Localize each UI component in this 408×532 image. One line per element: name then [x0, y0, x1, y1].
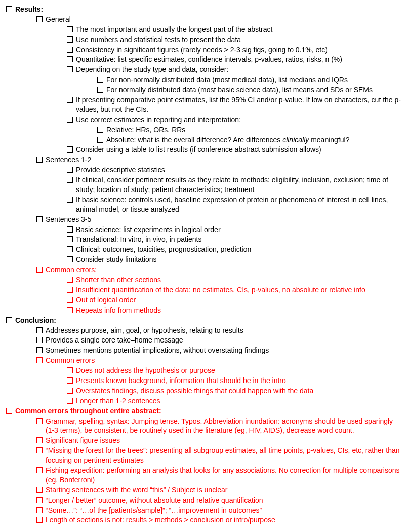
checklist-item: Common errors: [36, 265, 402, 275]
checklist-item: Basic science: list experiments in logic… [67, 225, 402, 235]
checkbox-icon[interactable] [67, 256, 73, 262]
checkbox-icon[interactable] [36, 467, 43, 473]
checklist-item-label: If clinical, consider pertinent results … [76, 175, 402, 195]
checkbox-icon[interactable] [67, 26, 73, 32]
checklist-item: Insufficient quantification of the data:… [67, 285, 402, 295]
checklist-item: Use correct estimates in reporting and i… [67, 115, 402, 125]
checklist-item-label: “Longer / better” outcome, without absol… [46, 496, 402, 505]
checklist-item-label: Consistency in significant figures (rare… [76, 45, 402, 55]
checklist-item: Depending on the study type and data, co… [67, 65, 402, 74]
checkbox-icon[interactable] [36, 497, 43, 503]
checkbox-icon[interactable] [36, 507, 43, 513]
checkbox-icon[interactable] [67, 388, 73, 394]
checklist-item: Provides a single core take–home message [36, 335, 402, 345]
checklist-item: Consistency in significant figures (rare… [67, 45, 402, 55]
checklist-item-label: Results: [15, 5, 402, 14]
checklist-item: If clinical, consider pertinent results … [67, 175, 402, 195]
checkbox-icon[interactable] [36, 16, 43, 22]
checkbox-icon[interactable] [67, 398, 73, 404]
checkbox-icon[interactable] [67, 97, 73, 103]
checklist-item: Longer than 1-2 sentences [67, 396, 402, 406]
checklist-item-label: Conclusion: [15, 316, 402, 325]
checkbox-icon[interactable] [67, 66, 73, 72]
checklist-item: Use numbers and statistical tests to pre… [67, 35, 402, 45]
checkbox-icon[interactable] [36, 267, 43, 273]
checkbox-icon[interactable] [6, 317, 12, 323]
checklist-item-label: Out of logical order [76, 295, 402, 305]
checkbox-icon[interactable] [97, 127, 103, 133]
checkbox-icon[interactable] [36, 437, 43, 443]
checklist-item-label: Clinical: outcomes, toxicities, prognost… [76, 245, 402, 254]
checkbox-icon[interactable] [36, 357, 43, 363]
checklist-item-label: Sentences 1-2 [46, 155, 402, 165]
checkbox-icon[interactable] [67, 177, 73, 183]
checkbox-icon[interactable] [67, 307, 73, 313]
checkbox-icon[interactable] [67, 36, 73, 43]
checklist-item: Translational: In vitro, in vivo, in pat… [67, 235, 402, 244]
checklist-item: For non-normally distributed data (most … [97, 75, 402, 85]
checkbox-icon[interactable] [97, 137, 103, 143]
checklist-item: Presents known background, information t… [67, 376, 402, 386]
checkbox-icon[interactable] [67, 277, 73, 283]
checkbox-icon[interactable] [67, 146, 73, 153]
checklist-item-label: Basic science: list experiments in logic… [76, 225, 402, 235]
checklist-item-label: Provide descriptive statistics [76, 165, 402, 175]
checklist-container: Results:GeneralThe most important and us… [6, 5, 402, 525]
checkbox-icon[interactable] [67, 246, 73, 252]
checklist-item: Sentences 1-2 [36, 155, 402, 165]
checkbox-icon[interactable] [36, 337, 43, 343]
checklist-item: Common errors throughout entire abstract… [6, 406, 402, 416]
checklist-item: Does not address the hypothesis or purpo… [67, 366, 402, 375]
checkbox-icon[interactable] [36, 447, 43, 453]
checkbox-icon[interactable] [6, 6, 12, 12]
checklist-item: Quantitative: list specific estimates, c… [67, 55, 402, 64]
checklist-item: Absolute: what is the overall difference… [97, 135, 402, 145]
checklist-item-label: If basic science: controls used, baselin… [76, 195, 402, 214]
checklist-item: Starting sentences with the word “this” … [36, 485, 402, 495]
checklist-item-label: Translational: In vitro, in vivo, in pat… [76, 235, 402, 244]
checklist-item: Length of sections is not: results > met… [36, 515, 402, 525]
checklist-item-label: Presents known background, information t… [76, 376, 402, 386]
checkbox-icon[interactable] [67, 367, 73, 373]
checklist-item-label: Fishing expedition: performing an analys… [46, 466, 402, 485]
checkbox-icon[interactable] [36, 517, 43, 523]
checklist-item: Addresses purpose, aim, goal, or hypothe… [36, 326, 402, 335]
checkbox-icon[interactable] [67, 226, 73, 233]
checklist-item: Relative: HRs, ORs, RRs [97, 125, 402, 135]
checklist-item: If basic science: controls used, baselin… [67, 195, 402, 214]
checklist-item: Conclusion: [6, 316, 402, 325]
checklist-item-label: Longer than 1-2 sentences [76, 396, 402, 406]
checkbox-icon[interactable] [97, 77, 103, 83]
checkbox-icon[interactable] [36, 327, 43, 333]
checkbox-icon[interactable] [67, 297, 73, 303]
checklist-item: Fishing expedition: performing an analys… [36, 466, 402, 485]
checklist-item: Results: [6, 5, 402, 14]
checklist-item-label: Consider using a table to list results (… [76, 145, 402, 155]
checklist-item: If presenting comparative point estimate… [67, 95, 402, 115]
checklist-item-label: Common errors: [46, 265, 402, 275]
checkbox-icon[interactable] [6, 408, 12, 414]
checklist-item: Significant figure issues [36, 436, 402, 445]
checkbox-icon[interactable] [36, 216, 43, 222]
checklist-item: For normally distributed data (most basi… [97, 85, 402, 95]
checkbox-icon[interactable] [67, 377, 73, 384]
checkbox-icon[interactable] [97, 87, 103, 93]
checkbox-icon[interactable] [36, 347, 43, 353]
checkbox-icon[interactable] [36, 157, 43, 163]
checklist-item-label: Sometimes mentions potential implication… [46, 346, 402, 355]
checklist-item: The most important and usually the longe… [67, 25, 402, 34]
checkbox-icon[interactable] [67, 117, 73, 123]
checkbox-icon[interactable] [67, 167, 73, 173]
checkbox-icon[interactable] [67, 47, 73, 53]
checkbox-icon[interactable] [36, 487, 43, 493]
checkbox-icon[interactable] [36, 418, 43, 424]
checkbox-icon[interactable] [67, 197, 73, 203]
checklist-item-label: Significant figure issues [46, 436, 402, 445]
checkbox-icon[interactable] [67, 236, 73, 242]
checklist-item-label: “Missing the forest for the trees”: pres… [46, 446, 402, 465]
checkbox-icon[interactable] [67, 287, 73, 293]
checklist-item-label: Insufficient quantification of the data:… [76, 285, 402, 295]
checklist-item: Consider using a table to list results (… [67, 145, 402, 155]
checklist-item-label: Relative: HRs, ORs, RRs [106, 125, 402, 135]
checkbox-icon[interactable] [67, 56, 73, 62]
